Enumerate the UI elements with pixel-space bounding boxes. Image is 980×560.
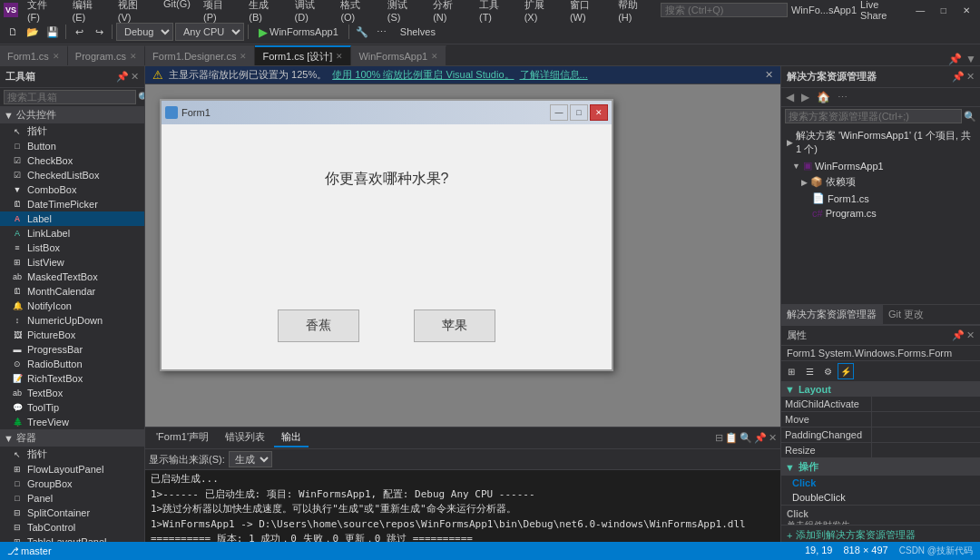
output-tab-errorlist[interactable]: 错误列表 <box>218 428 272 447</box>
menu-window[interactable]: 窗口(W) <box>564 0 611 25</box>
maximize-button[interactable]: □ <box>934 0 954 20</box>
toolbar-new-btn[interactable]: 🗋 <box>4 23 22 41</box>
toolbox-item-checkedlistbox[interactable]: ☑ CheckedListBox <box>0 168 144 182</box>
dpi-restart-link[interactable]: 使用 100% 缩放比例重启 Visual Studio。 <box>332 68 514 82</box>
props-event-click[interactable]: Click <box>781 476 980 490</box>
menu-file[interactable]: 文件(F) <box>22 0 65 25</box>
toolbox-item-label[interactable]: A Label <box>0 211 144 226</box>
solution-search-input[interactable] <box>785 109 962 123</box>
props-actions-section[interactable]: ▼ 操作 <box>781 458 980 476</box>
toolbox-item-treeview[interactable]: 🌲 TreeView <box>0 415 144 429</box>
toolbox-item-progressbar[interactable]: ▬ ProgressBar <box>0 342 144 357</box>
toolbar-save-btn[interactable]: 💾 <box>44 23 62 41</box>
menu-project[interactable]: 项目(P) <box>198 0 241 25</box>
toolbox-item-textbox[interactable]: ab TextBox <box>0 386 144 400</box>
solution-explorer-close-btn[interactable]: ✕ <box>966 71 975 83</box>
menu-analyze[interactable]: 分析(N) <box>427 0 472 25</box>
solution-explorer-tab[interactable]: 解决方案资源管理器 <box>781 305 883 324</box>
tab-designercs-close[interactable]: ✕ <box>240 52 247 61</box>
win-form-maximize-btn[interactable]: □ <box>570 104 588 121</box>
toolbar-redo-btn[interactable]: ↪ <box>90 23 108 41</box>
toolbox-item-splitcontainer[interactable]: ⊟ SplitContainer <box>0 506 144 520</box>
toolbox-item-linklabel[interactable]: A LinkLabel <box>0 226 144 241</box>
tab-design[interactable]: Form1.cs [设计] ✕ <box>255 45 351 65</box>
menu-tools[interactable]: 工具(T) <box>474 0 517 25</box>
toolbox-item-button[interactable]: □ Button <box>0 139 144 153</box>
props-close-btn[interactable]: ✕ <box>966 329 975 341</box>
win-form-close-btn[interactable]: ✕ <box>590 104 608 121</box>
toolbox-item-radiobutton[interactable]: ⊙ RadioButton <box>0 357 144 371</box>
props-val-mdichildactivate[interactable] <box>872 397 980 411</box>
props-pin-btn[interactable]: 📌 <box>952 329 965 341</box>
tree-programcs[interactable]: c# Program.cs <box>783 206 978 221</box>
tab-designercs[interactable]: Form1.Designer.cs ✕ <box>145 45 255 65</box>
toolbox-item-flowlayoutpanel[interactable]: ⊞ FlowLayoutPanel <box>0 462 144 476</box>
output-tab-output[interactable]: 输出 <box>274 428 309 447</box>
toolbox-section-common[interactable]: ▼ 公共控件 <box>0 106 144 123</box>
toolbox-item-numericupdown[interactable]: ↕ NumericUpDown <box>0 313 144 328</box>
se-toolbar-home[interactable]: 🏠 <box>814 90 833 104</box>
tree-dependencies[interactable]: ▶ 📦 依赖项 <box>783 173 978 191</box>
toolbox-search-icon[interactable]: 🔍 <box>138 92 145 103</box>
apple-button[interactable]: 苹果 <box>414 309 495 342</box>
tree-solution[interactable]: ▶ 解决方案 'WinFormsApp1' (1 个项目, 共 1 个) <box>783 127 978 158</box>
menu-bar[interactable]: 文件(F) 编辑(E) 视图(V) Git(G) 项目(P) 生成(B) 调试(… <box>22 0 657 25</box>
toolbox-item-richtextbox[interactable]: 📝 RichTextBox <box>0 371 144 386</box>
menu-git[interactable]: Git(G) <box>158 0 196 25</box>
toolbox-item-listview[interactable]: ⊞ ListView <box>0 255 144 270</box>
win-form-minimize-btn[interactable]: — <box>550 104 568 121</box>
toolbar-more-btn[interactable]: ⋯ <box>373 23 391 41</box>
output-toolbar-btn2[interactable]: 📋 <box>725 432 738 444</box>
tree-project[interactable]: ▼ ▣ WinFormsApp1 <box>783 158 978 173</box>
props-event-doubleclick[interactable]: DoubleClick <box>781 490 980 505</box>
cpu-config-select[interactable]: Any CPU <box>175 23 244 41</box>
menu-view[interactable]: 视图(V) <box>113 0 156 25</box>
minimize-button[interactable]: — <box>911 0 931 20</box>
output-tab-form1decl[interactable]: 'Form1'声明 <box>149 428 216 447</box>
toolbox-pin-btn[interactable]: 📌 <box>116 71 129 83</box>
toolbox-section-container[interactable]: ▼ 容器 <box>0 429 144 447</box>
toolbox-item-listbox[interactable]: ≡ ListBox <box>0 241 144 255</box>
toolbox-close-icon[interactable]: ✕ <box>131 71 139 83</box>
tab-programcs-close[interactable]: ✕ <box>130 52 137 61</box>
toolbox-item-tooltip[interactable]: 💬 ToolTip <box>0 400 144 415</box>
status-git[interactable]: ⎇ master <box>7 545 52 557</box>
menu-edit[interactable]: 编辑(E) <box>67 0 111 25</box>
toolbox-item-panel[interactable]: □ Panel <box>0 491 144 506</box>
shelves-btn[interactable]: Shelves <box>397 26 439 37</box>
tab-winformsapp[interactable]: WinFormsApp1 ✕ <box>351 45 446 65</box>
banana-button[interactable]: 香蕉 <box>278 309 359 342</box>
output-source-select[interactable]: 生成 <box>229 451 272 467</box>
menu-test[interactable]: 测试(S) <box>382 0 426 25</box>
tab-form1cs[interactable]: Form1.cs ✕ <box>0 45 68 65</box>
menu-debug[interactable]: 调试(D) <box>289 0 334 25</box>
toolbox-search-input[interactable] <box>4 90 136 104</box>
tab-pin-btn[interactable]: 📌 <box>948 53 962 65</box>
global-search-input[interactable] <box>661 3 788 17</box>
menu-ext[interactable]: 扩展(X) <box>519 0 563 25</box>
toolbox-item-pointer1[interactable]: ↖ 指针 <box>0 123 144 139</box>
props-group-btn[interactable]: ☰ <box>801 363 818 379</box>
se-toolbar-back[interactable]: ◀ <box>783 90 797 104</box>
props-val-paddingchanged[interactable] <box>872 427 980 442</box>
tab-design-close[interactable]: ✕ <box>336 52 343 61</box>
props-props-btn[interactable]: ⚙ <box>819 363 836 379</box>
toolbar-open-btn[interactable]: 📂 <box>24 23 42 41</box>
tree-form1cs[interactable]: 📄 Form1.cs <box>783 191 978 206</box>
tab-form1cs-close[interactable]: ✕ <box>53 52 60 61</box>
props-sort-btn[interactable]: ⊞ <box>783 363 799 379</box>
run-button[interactable]: ▶ WinFormsApp1 <box>252 23 345 42</box>
output-toolbar-btn3[interactable]: 🔍 <box>740 432 752 444</box>
tab-more-btn[interactable]: ▼ <box>965 53 976 65</box>
toolbar-ext-btn[interactable]: 🔧 <box>353 23 371 41</box>
solution-explorer-pin-btn[interactable]: 📌 <box>952 71 965 83</box>
se-toolbar-more[interactable]: ⋯ <box>835 91 850 104</box>
toolbox-item-maskedtextbox[interactable]: ab MaskedTextBox <box>0 270 144 284</box>
tab-winformsapp-close[interactable]: ✕ <box>431 52 438 61</box>
toolbox-item-monthcalendar[interactable]: 🗓 MonthCalendar <box>0 284 144 299</box>
tab-programcs[interactable]: Program.cs ✕ <box>68 45 145 65</box>
dpi-info-link[interactable]: 了解详细信息... <box>520 68 588 82</box>
toolbox-item-tabcontrol[interactable]: ⊟ TabControl <box>0 520 144 535</box>
toolbox-item-groupbox[interactable]: □ GroupBox <box>0 476 144 491</box>
menu-help[interactable]: 帮助(H) <box>612 0 657 25</box>
